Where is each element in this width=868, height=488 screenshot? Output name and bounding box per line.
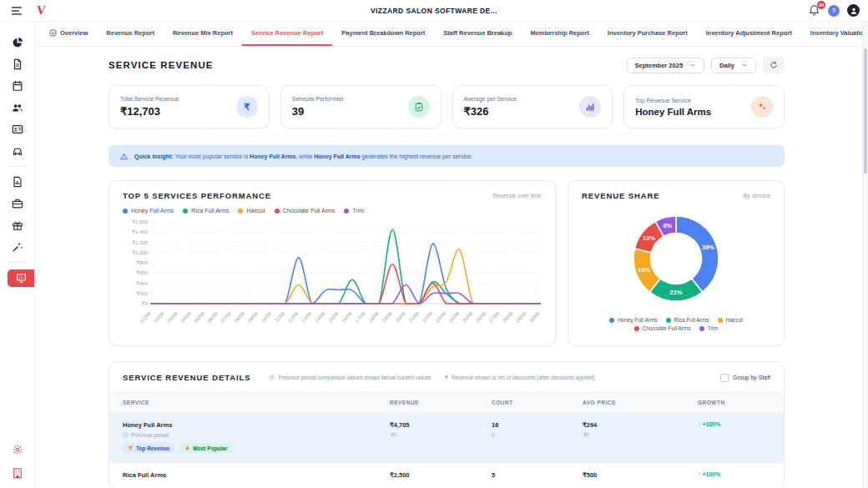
growth-cell: ↑ +100% — [698, 471, 770, 477]
tab-inventory-adjustment-report[interactable]: Inventory Adjustment Report — [697, 22, 801, 46]
legend-label: Honey Full Arms — [618, 317, 658, 323]
refresh-button[interactable] — [763, 57, 785, 73]
badge-label: Most Popular — [193, 445, 227, 451]
tab-service-revenue-report[interactable]: Service Revenue Report — [242, 22, 332, 46]
legend-item-honey-full-arms[interactable]: Honey Full Arms — [123, 208, 174, 214]
refresh-icon — [770, 61, 778, 69]
svg-text:06/09: 06/09 — [207, 310, 220, 324]
legend-dot — [666, 318, 671, 323]
tab-membership-report[interactable]: Membership Report — [521, 22, 598, 46]
sidebar-item-invoice[interactable] — [7, 53, 28, 75]
sidebar-item-building[interactable] — [7, 465, 28, 481]
sidebar-item-briefcase[interactable] — [7, 193, 28, 214]
svg-text:₹1,400: ₹1,400 — [132, 229, 148, 234]
legend-label: Honey Full Arms — [131, 208, 174, 214]
tab-overview[interactable]: Overview — [40, 22, 97, 46]
legend-label: Trim — [708, 325, 719, 331]
tab-revenue-report[interactable]: Revenue Report — [97, 22, 164, 46]
legend-label: Haircut — [246, 208, 265, 214]
tab-inventory-valuation-report[interactable]: Inventory Valuation Report — [801, 22, 868, 46]
svg-text:18%: 18% — [638, 266, 650, 274]
group-by-staff-toggle[interactable]: Group by Staff — [720, 374, 770, 382]
group-by-staff-label: Group by Staff — [733, 375, 770, 380]
sidebar-item-customers[interactable] — [7, 97, 28, 118]
sidebar-item-id-card[interactable] — [7, 118, 28, 140]
sidebar-item-reports-active[interactable] — [8, 269, 34, 287]
series-trim — [151, 284, 540, 304]
svg-text:05/09: 05/09 — [194, 310, 206, 324]
sidebar-item-gift[interactable] — [7, 214, 28, 236]
sidebar-item-marketing-spark[interactable] — [7, 236, 28, 258]
legend-item-chocolate-full-arms[interactable]: Chocolate Full Arms — [634, 325, 691, 331]
svg-text:29/09: 29/09 — [515, 310, 527, 324]
sidebar-bottom — [7, 441, 28, 488]
sidebar-item-pie-chart[interactable] — [7, 32, 28, 53]
service-badges: Top RevenueMost Popular — [123, 443, 390, 453]
donut-slice-honey-full-arms[interactable] — [676, 216, 719, 292]
svg-text:12/09: 12/09 — [287, 310, 300, 324]
table-row[interactable]: Rica Full Arms₹2,5005₹500↑ +100% — [109, 462, 784, 488]
legend-item-haircut[interactable]: Haircut — [718, 317, 744, 323]
line-chart[interactable]: ₹0₹200₹400₹600₹800₹1,000₹1,200₹1,400₹1,6… — [123, 217, 543, 339]
column-header-count: COUNT — [492, 400, 583, 405]
donut-chart[interactable]: 39%21%18%13%8% — [582, 207, 770, 312]
notifications-bell-icon[interactable]: 29 — [808, 4, 820, 17]
kpi-label: Services Performed — [292, 96, 343, 102]
count-value: 16 — [492, 421, 583, 429]
service-name: Honey Full Arms — [123, 421, 390, 429]
avg_price-value: ₹294 — [583, 421, 698, 429]
legend-item-haircut[interactable]: Haircut — [238, 208, 265, 214]
legend-dot — [123, 209, 128, 214]
column-header-revenue: REVENUE — [390, 400, 492, 405]
reports-presentation-icon-active — [16, 273, 27, 284]
legend-item-rica-full-arms[interactable]: Rica Full Arms — [183, 208, 229, 214]
chevron-down-icon — [689, 62, 696, 68]
sidebar-item-file-chart[interactable] — [7, 171, 28, 193]
user-avatar[interactable] — [847, 4, 860, 17]
period-select[interactable]: Daily — [711, 58, 756, 73]
sidebar-item-car[interactable] — [7, 140, 28, 162]
legend-label: Chocolate Full Arms — [283, 208, 336, 214]
scrollbar-thumb[interactable] — [864, 48, 867, 174]
legend-item-trim[interactable]: Trim — [344, 208, 364, 214]
legend-dot — [699, 326, 704, 331]
svg-text:03/09: 03/09 — [166, 310, 179, 324]
top-bar: V VIZZARD SALON SOFTWARE DE... 29 ? — [0, 0, 868, 22]
series-rica-full-arms — [151, 229, 540, 304]
revenue-share-card: REVENUE SHARE By service 39%21%18%13%8% … — [568, 180, 785, 346]
svg-text:₹400: ₹400 — [136, 281, 148, 286]
tab-staff-revenue-breakup[interactable]: Staff Revenue Breakup — [434, 22, 521, 46]
svg-text:30/09: 30/09 — [528, 310, 541, 324]
legend-item-chocolate-full-arms[interactable]: Chocolate Full Arms — [275, 208, 336, 214]
tab-label: Revenue Mix Report — [173, 29, 233, 37]
help-button[interactable]: ? — [828, 5, 840, 17]
clock-icon — [269, 375, 275, 380]
table-row[interactable]: Honey Full ArmsPrevious periodTop Revenu… — [109, 413, 784, 462]
kpi-cards: Total Service Revenue₹12,703₹Services Pe… — [108, 85, 785, 128]
pie-chart-icon — [12, 37, 23, 48]
vertical-scrollbar[interactable] — [862, 22, 868, 488]
chevron-down-icon — [741, 62, 748, 68]
building-icon — [12, 467, 23, 479]
report-tabs: OverviewRevenue ReportRevenue Mix Report… — [35, 22, 868, 47]
revenue-value: ₹2,500 — [390, 471, 492, 479]
kpi-card-1: Total Service Revenue₹12,703₹ — [108, 85, 270, 128]
divider — [8, 262, 27, 263]
tab-revenue-mix-report[interactable]: Revenue Mix Report — [164, 22, 242, 46]
svg-text:10/09: 10/09 — [260, 310, 273, 324]
tab-inventory-purchase-report[interactable]: Inventory Purchase Report — [598, 22, 697, 46]
legend-item-honey-full-arms[interactable]: Honey Full Arms — [609, 317, 658, 323]
legend-item-rica-full-arms[interactable]: Rica Full Arms — [666, 317, 709, 323]
month-select[interactable]: September 2025 — [627, 58, 705, 73]
sidebar-item-calendar[interactable] — [7, 75, 28, 97]
legend-item-trim[interactable]: Trim — [699, 325, 719, 331]
svg-text:11/09: 11/09 — [274, 310, 286, 323]
tab-label: Inventory Purchase Report — [608, 29, 688, 37]
menu-icon[interactable] — [10, 4, 23, 18]
group-by-staff-checkbox[interactable] — [720, 374, 729, 382]
app-logo[interactable]: V — [36, 3, 47, 18]
tab-payment-breakdown-report[interactable]: Payment Breakdown Report — [332, 22, 434, 46]
main-content: SERVICE REVENUE September 2025 Daily Tot… — [35, 47, 868, 488]
clipboard-check-icon-circle — [408, 96, 430, 118]
sidebar-item-settings-gear[interactable] — [7, 441, 28, 458]
